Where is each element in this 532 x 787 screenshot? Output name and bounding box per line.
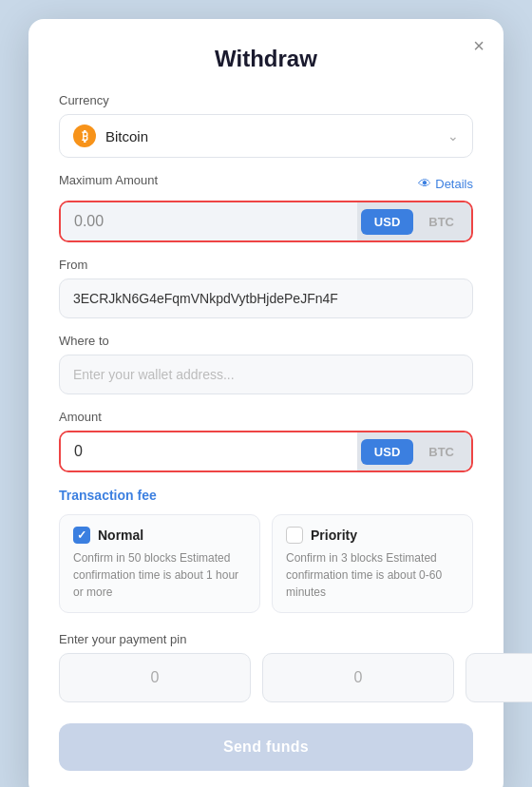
currency-field: Currency ₿ Bitcoin ⌄ [59,93,473,158]
eye-icon: 👁 [418,176,431,191]
amount-input-wrap: USD BTC [59,431,473,472]
fee-normal-checkbox[interactable] [73,527,90,544]
transaction-fee-label[interactable]: Transaction fee [59,488,473,503]
fee-options: Normal Confirm in 50 blocks Estimated co… [59,514,473,613]
pin-digit-1[interactable] [59,653,251,702]
currency-select[interactable]: ₿ Bitcoin ⌄ [59,114,473,158]
max-amount-field: Maximum Amount 👁 Details USD BTC [59,173,473,242]
fee-priority-title: Priority [311,528,357,543]
currency-label: Currency [59,93,473,107]
max-amount-input-wrap: USD BTC [59,201,473,242]
modal-overlay: × Withdraw Currency ₿ Bitcoin ⌄ Maximum … [0,0,532,787]
max-amount-header: Maximum Amount 👁 Details [59,173,473,194]
details-label: Details [435,177,473,191]
max-amount-usd-btn[interactable]: USD [361,209,413,235]
from-label: From [59,258,473,272]
bitcoin-icon: ₿ [73,125,96,147]
amount-label: Amount [59,410,473,424]
amount-input[interactable] [61,432,357,470]
fee-priority-card[interactable]: Priority Confirm in 3 blocks Estimated c… [272,514,473,613]
max-amount-toggle-group: USD BTC [357,202,471,240]
where-to-field: Where to [59,334,473,394]
modal-title: Withdraw [59,46,473,72]
amount-usd-btn[interactable]: USD [361,439,413,465]
payment-pin-field: Enter your payment pin [59,632,473,702]
pin-row [59,653,473,702]
payment-pin-label: Enter your payment pin [59,632,473,646]
chevron-down-icon: ⌄ [447,128,459,144]
max-amount-btc-btn[interactable]: BTC [415,209,467,235]
withdraw-modal: × Withdraw Currency ₿ Bitcoin ⌄ Maximum … [28,19,504,787]
fee-priority-desc: Confirm in 3 blocks Estimated confirmati… [286,549,459,601]
from-input[interactable] [59,278,473,318]
max-amount-label: Maximum Amount [59,173,158,187]
amount-field: Amount USD BTC [59,410,473,472]
fee-normal-desc: Confirm in 50 blocks Estimated confirmat… [73,549,246,601]
amount-toggle-group: USD BTC [357,432,471,470]
pin-digit-2[interactable] [262,653,454,702]
where-to-label: Where to [59,334,473,348]
currency-left: ₿ Bitcoin [73,125,148,147]
fee-normal-card[interactable]: Normal Confirm in 50 blocks Estimated co… [59,514,260,613]
from-field: From [59,258,473,318]
where-to-input[interactable] [59,355,473,394]
close-button[interactable]: × [473,36,484,55]
details-link[interactable]: 👁 Details [418,176,473,191]
fee-normal-title: Normal [98,528,143,543]
fee-priority-checkbox[interactable] [286,527,303,544]
pin-digit-3[interactable] [466,653,532,702]
max-amount-input[interactable] [61,202,357,240]
send-funds-button[interactable]: Send funds [59,723,473,771]
currency-name: Bitcoin [105,128,148,144]
amount-btc-btn[interactable]: BTC [415,439,467,465]
fee-priority-header: Priority [286,527,459,544]
fee-normal-header: Normal [73,527,246,544]
